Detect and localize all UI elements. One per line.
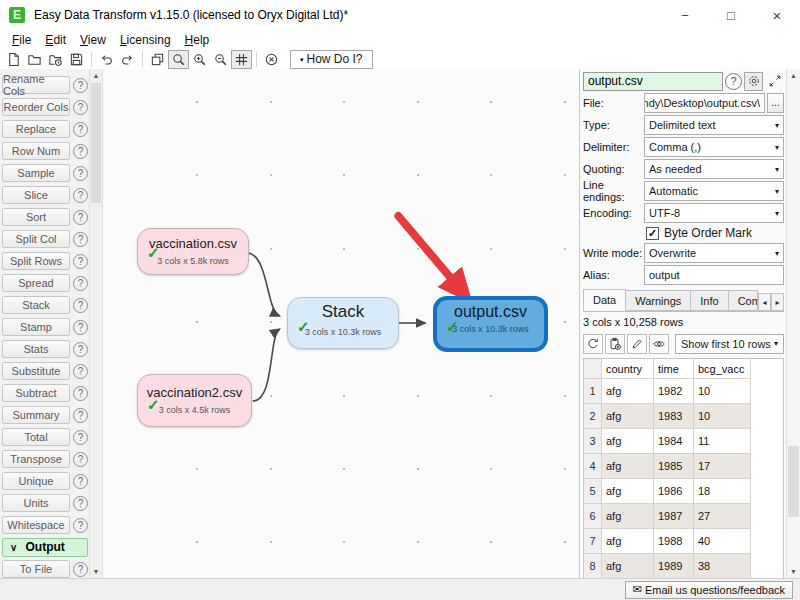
- cell[interactable]: 17: [694, 454, 751, 479]
- line-endings-select[interactable]: Automatic▾: [644, 181, 784, 201]
- cell[interactable]: 38: [694, 554, 751, 579]
- scroll-up-icon[interactable]: ▲: [787, 69, 800, 82]
- delimiter-select[interactable]: Comma (,)▾: [644, 137, 784, 157]
- edit-pencil-button[interactable]: [627, 334, 647, 354]
- toggle-grid-button[interactable]: [231, 50, 252, 69]
- sidebar-item-split-col[interactable]: Split Col: [2, 230, 70, 248]
- sidebar-item-sort[interactable]: Sort: [2, 208, 70, 226]
- cell[interactable]: afg: [602, 429, 654, 454]
- close-button[interactable]: ×: [754, 0, 800, 30]
- help-icon[interactable]: ?: [73, 408, 88, 423]
- checkbox-byte-order-mark[interactable]: ✓: [646, 227, 659, 240]
- cell[interactable]: 1989: [654, 554, 694, 579]
- help-icon[interactable]: ?: [73, 518, 88, 533]
- sidebar-scrollbar[interactable]: ▲ ▼: [89, 69, 102, 578]
- scroll-up-icon[interactable]: ▲: [90, 69, 102, 82]
- menu-help[interactable]: Help: [178, 32, 217, 48]
- cell[interactable]: 1986: [654, 479, 694, 504]
- tab-info[interactable]: Info: [691, 290, 728, 311]
- cell[interactable]: 1988: [654, 529, 694, 554]
- sidebar-item-unique[interactable]: Unique: [2, 472, 70, 490]
- refresh-button[interactable]: [583, 334, 603, 354]
- node-name-input[interactable]: output.csv: [583, 72, 723, 91]
- encoding-select[interactable]: UTF-8▾: [644, 203, 784, 223]
- minimize-button[interactable]: −: [662, 0, 708, 30]
- sidebar-item-reorder-cols[interactable]: Reorder Cols: [2, 98, 70, 116]
- help-icon[interactable]: ?: [73, 122, 88, 137]
- cell[interactable]: afg: [602, 454, 654, 479]
- cell[interactable]: 40: [694, 529, 751, 554]
- scrollbar-thumb[interactable]: [788, 446, 799, 517]
- sidebar-item-stamp[interactable]: Stamp: [2, 318, 70, 336]
- sidebar-item-substitute[interactable]: Substitute: [2, 362, 70, 380]
- help-icon[interactable]: ?: [73, 232, 88, 247]
- browse-button[interactable]: ...: [767, 93, 784, 113]
- sidebar-item-summary[interactable]: Summary: [2, 406, 70, 424]
- cell[interactable]: 1983: [654, 404, 694, 429]
- help-icon[interactable]: ?: [73, 474, 88, 489]
- help-icon[interactable]: ?: [73, 188, 88, 203]
- help-icon[interactable]: ?: [73, 210, 88, 225]
- help-icon[interactable]: ?: [73, 364, 88, 379]
- sidebar-section-output[interactable]: ∨Output: [2, 538, 88, 557]
- cell[interactable]: 11: [694, 429, 751, 454]
- view-eye-button[interactable]: [649, 334, 669, 354]
- menu-file[interactable]: File: [5, 32, 38, 48]
- node-output-csv[interactable]: ✓ output.csv 3 cols x 10.3k rows: [433, 296, 548, 352]
- help-icon[interactable]: ?: [73, 166, 88, 181]
- settings-gear-button[interactable]: [744, 72, 763, 91]
- cell[interactable]: afg: [602, 479, 654, 504]
- file-path-input[interactable]: \andy\Desktop\output.csv: [644, 93, 765, 113]
- new-file-button[interactable]: [3, 50, 24, 69]
- sidebar-item-units[interactable]: Units: [2, 494, 70, 512]
- cell[interactable]: 1984: [654, 429, 694, 454]
- scrollbar-thumb[interactable]: [91, 83, 101, 203]
- sidebar-item-slice[interactable]: Slice: [2, 186, 70, 204]
- undo-button[interactable]: [96, 50, 117, 69]
- column-header-bcg-vacc[interactable]: bcg_vacc: [694, 359, 751, 379]
- sidebar-item-spread[interactable]: Spread: [2, 274, 70, 292]
- help-icon[interactable]: ?: [73, 144, 88, 159]
- redo-button[interactable]: [117, 50, 138, 69]
- help-icon[interactable]: ?: [73, 100, 88, 115]
- sidebar-item-subtract[interactable]: Subtract: [2, 384, 70, 402]
- email-feedback-button[interactable]: ✉ Email us questions/feedback: [625, 581, 793, 599]
- cell[interactable]: 1982: [654, 379, 694, 404]
- save-button[interactable]: [66, 50, 87, 69]
- help-icon[interactable]: ?: [73, 430, 88, 445]
- write-mode-select[interactable]: Overwrite▾: [644, 243, 784, 263]
- panel-scrollbar[interactable]: ▲ ▼: [786, 69, 800, 578]
- tab-data[interactable]: Data: [583, 289, 626, 311]
- quoting-select[interactable]: As needed▾: [644, 159, 784, 179]
- tab-com[interactable]: Com: [729, 290, 758, 311]
- alias-input[interactable]: output: [644, 265, 784, 285]
- pan-zoom-button[interactable]: [168, 50, 189, 69]
- show-rows-select[interactable]: Show first 10 rows ▾: [675, 334, 784, 354]
- help-icon[interactable]: ?: [73, 496, 88, 511]
- zoom-in-button[interactable]: [189, 50, 210, 69]
- sidebar-item-stats[interactable]: Stats: [2, 340, 70, 358]
- sidebar-item-row-num[interactable]: Row Num: [2, 142, 70, 160]
- sidebar-item-transpose[interactable]: Transpose: [2, 450, 70, 468]
- help-button[interactable]: ?: [725, 73, 742, 90]
- sidebar-item-rename-cols[interactable]: Rename Cols: [2, 76, 70, 94]
- cell[interactable]: afg: [602, 379, 654, 404]
- cell[interactable]: afg: [602, 504, 654, 529]
- help-icon[interactable]: ?: [73, 452, 88, 467]
- cell[interactable]: 1985: [654, 454, 694, 479]
- zoom-out-button[interactable]: [210, 50, 231, 69]
- help-icon[interactable]: ?: [73, 276, 88, 291]
- cell[interactable]: afg: [602, 529, 654, 554]
- open-recent-button[interactable]: [45, 50, 66, 69]
- canvas[interactable]: ✓ vaccination.csv 3 cols x 5.8k rows ✓ v…: [102, 69, 580, 578]
- type-select[interactable]: Delimited text▾: [644, 115, 784, 135]
- expand-panel-button[interactable]: [765, 72, 784, 91]
- help-icon[interactable]: ?: [73, 386, 88, 401]
- menu-edit[interactable]: Edit: [38, 32, 73, 48]
- sidebar-item-sample[interactable]: Sample: [2, 164, 70, 182]
- scroll-down-icon[interactable]: ▼: [90, 565, 102, 578]
- sidebar-item-replace[interactable]: Replace: [2, 120, 70, 138]
- cell[interactable]: 27: [694, 504, 751, 529]
- sidebar-item-stack[interactable]: Stack: [2, 296, 70, 314]
- copy-table-button[interactable]: [605, 334, 625, 354]
